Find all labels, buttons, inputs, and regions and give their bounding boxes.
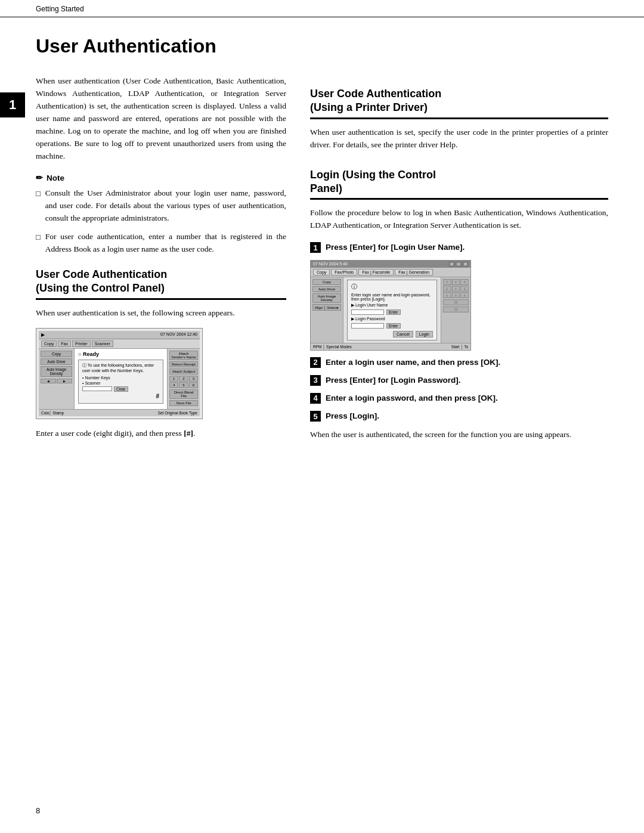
login-control-panel-heading: Login (Using the ControlPanel) xyxy=(310,168,608,200)
after-screen-text: Enter a user code (eight digit), and the… xyxy=(36,428,286,440)
step-text-5: Press [Login]. xyxy=(326,410,379,422)
info-icon: ⓘ xyxy=(351,283,433,291)
note-block: ✏ Note □ Consult the User Administrator … xyxy=(36,173,286,256)
screen-left-panel: Copy Auto Drive Auto Image Density ◀ ▶ xyxy=(39,349,75,409)
step-3: 3 Press [Enter] for [Login Password]. xyxy=(310,374,608,386)
note-title: ✏ Note xyxy=(36,173,286,182)
screen-status-bar: ○ Ready xyxy=(78,351,163,357)
note-item-2: □ For user code authentication, enter a … xyxy=(36,231,286,256)
breadcrumb-text: Getting Started xyxy=(36,5,84,13)
dialog-text: ⓘ To use the following functions, enter … xyxy=(82,363,159,373)
screen-main: ○ Ready ⓘ To use the following functions… xyxy=(75,349,167,409)
user-code-control-panel-heading: User Code Authentication(Using the Contr… xyxy=(36,268,286,300)
chapter-tab: 1 xyxy=(0,92,25,117)
screen-title-bar: ▶ 07 NOV 2004 12:40 xyxy=(39,331,200,339)
enter-btn-1[interactable]: Enter xyxy=(386,309,401,315)
login-right-panel: ↑ ↑ ↑ ↓ ↓ ↓ ↓ ↓ ↓ □ □ xyxy=(441,277,470,343)
step-num-2: 2 xyxy=(310,357,321,368)
login-title-bar: 07 NOV 2004 5:40 0 1 0 xyxy=(311,261,470,268)
login-pass-input-row: Enter xyxy=(351,323,433,329)
right-column: User Code Authentication(Using a Printer… xyxy=(310,75,608,441)
step-num-4: 4 xyxy=(310,393,321,404)
login-button[interactable]: Login xyxy=(416,331,433,337)
login-dialog: ⓘ Enter login user name and login passwo… xyxy=(347,280,437,340)
note-label: Note xyxy=(47,174,64,182)
user-code-printer-body: When user authentication is set, specify… xyxy=(310,126,608,151)
login-left-panel: Copy Auto Drive Auto Image Density Align… xyxy=(311,277,343,343)
screen-toolbar: Copy Fax Printer Scanner xyxy=(39,339,200,349)
screen-mockup-1: ▶ 07 NOV 2004 12:40 Copy Fax Printer Sca… xyxy=(36,328,203,419)
copy-btn[interactable]: Copy xyxy=(41,340,57,347)
step-text-2: Enter a login user name, and then press … xyxy=(326,357,500,368)
breadcrumb: Getting Started xyxy=(0,0,644,17)
enter-btn-2[interactable]: Enter xyxy=(386,323,401,329)
step-num-5: 5 xyxy=(310,411,321,422)
step-4: 4 Enter a login password, and then press… xyxy=(310,392,608,404)
login-user-input[interactable] xyxy=(351,309,384,315)
intro-paragraph: When user authentication (User Code Auth… xyxy=(36,75,286,162)
login-body: Copy Auto Drive Auto Image Density Align… xyxy=(311,277,470,343)
login-pass-input[interactable] xyxy=(351,323,384,329)
after-steps-text: When the user is authenticated, the scre… xyxy=(310,429,608,441)
note-text-2: For user code authentication, enter a nu… xyxy=(45,231,286,256)
login-main: ⓘ Enter login user name and login passwo… xyxy=(343,277,441,343)
login-control-panel-body: Follow the procedure below to log in whe… xyxy=(310,207,608,232)
login-action-row: Cancel Login xyxy=(351,331,433,337)
login-toolbar: Copy Fax/Photo Fax | Facsimile Fax | Gen… xyxy=(311,268,470,277)
screen-body: Copy Auto Drive Auto Image Density ◀ ▶ ○ xyxy=(39,349,200,409)
login-bottom-bar: RPM │ Special Modes Start │ To xyxy=(311,343,470,350)
user-code-control-panel-body: When user authentication is set, the fol… xyxy=(36,307,286,320)
hash-button[interactable]: # xyxy=(156,393,159,400)
left-column: When user authentication (User Code Auth… xyxy=(36,75,286,440)
step-text-3: Press [Enter] for [Login Password]. xyxy=(326,374,461,386)
note-text-1: Consult the User Administrator about you… xyxy=(45,187,286,225)
checkbox-icon-1: □ xyxy=(36,188,41,225)
step-text-1: Press [Enter] for [Login User Name]. xyxy=(326,241,465,253)
ready-status: ○ Ready xyxy=(78,351,99,357)
login-user-row: ▶ Login User Name xyxy=(351,303,433,308)
screen-bottom-bar: Colo│ Stamp Set Original Book Type xyxy=(39,409,200,416)
screen-right-panel: Attach Sender's Name Return Receipt Atta… xyxy=(167,349,200,409)
step-2: 2 Enter a login user name, and then pres… xyxy=(310,357,608,368)
page-title: User Authentication xyxy=(36,35,608,57)
page-number: 8 xyxy=(36,806,40,815)
fax-btn[interactable]: Fax xyxy=(58,340,71,347)
login-instruction: Enter login user name and login password… xyxy=(351,293,433,301)
numpad: 1 2 3 4 5 6 xyxy=(169,376,198,388)
login-numpad: ↑ ↑ ↑ ↓ ↓ ↓ ↓ ↓ ↓ xyxy=(443,279,469,298)
clear-button[interactable]: Clear xyxy=(114,386,128,392)
step-1: 1 Press [Enter] for [Login User Name]. xyxy=(310,241,608,253)
login-user-input-row: Enter xyxy=(351,309,433,315)
step-5: 5 Press [Login]. xyxy=(310,410,608,422)
user-code-printer-heading: User Code Authentication(Using a Printer… xyxy=(310,87,608,119)
login-pass-row: ▶ Login Password xyxy=(351,317,433,321)
note-item-1: □ Consult the User Administrator about y… xyxy=(36,187,286,225)
screen-dialog: ⓘ To use the following functions, enter … xyxy=(78,360,163,404)
printer-btn[interactable]: Printer xyxy=(72,340,91,347)
step-num-1: 1 xyxy=(310,242,321,253)
step-text-4: Enter a login password, and then press [… xyxy=(326,392,498,404)
scanner-btn[interactable]: Scanner xyxy=(92,340,113,347)
cancel-button[interactable]: Cancel xyxy=(393,331,413,337)
checkbox-icon-2: □ xyxy=(36,231,41,256)
step-num-3: 3 xyxy=(310,375,321,386)
pencil-icon: ✏ xyxy=(36,173,43,182)
login-screen-mockup: 07 NOV 2004 5:40 0 1 0 Copy Fax/Photo Fa… xyxy=(310,260,471,351)
chapter-number: 1 xyxy=(9,97,16,113)
